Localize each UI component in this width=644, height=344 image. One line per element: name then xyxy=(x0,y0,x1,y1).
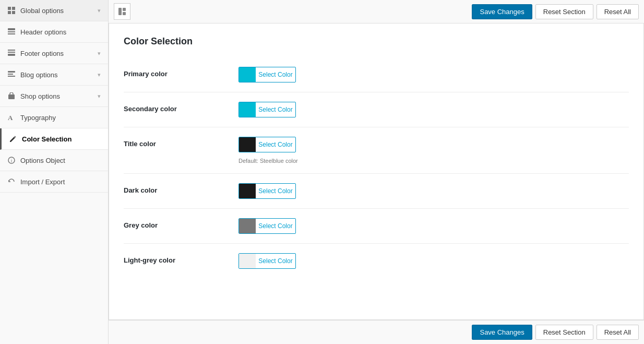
color-row-primary-color: Primary colorSelect Color xyxy=(124,57,629,92)
color-select-button-grey-color[interactable]: Select Color xyxy=(238,218,296,234)
color-select-button-primary-color[interactable]: Select Color xyxy=(238,67,296,82)
color-swatch-primary-color xyxy=(239,67,256,82)
sidebar-item-blog-options[interactable]: Blog options▾ xyxy=(0,64,108,86)
svg-rect-3 xyxy=(12,11,15,14)
color-row-dark-color: Dark colorSelect Color xyxy=(124,174,629,209)
sidebar-item-header-options[interactable]: Header options xyxy=(0,21,108,43)
color-select-label-secondary-color: Select Color xyxy=(256,106,295,113)
color-label-light-grey-color: Light-grey color xyxy=(124,253,238,264)
color-select-button-secondary-color[interactable]: Select Color xyxy=(238,102,296,117)
sidebar-item-label: Global options xyxy=(20,7,64,15)
color-label-primary-color: Primary color xyxy=(124,67,238,78)
color-swatch-dark-color xyxy=(239,184,256,198)
color-control-secondary-color: Select Color xyxy=(238,102,296,117)
svg-rect-13 xyxy=(8,94,15,99)
sidebar-item-label: Footer options xyxy=(20,50,64,57)
sidebar-item-options-object[interactable]: iOptions Object xyxy=(0,150,108,171)
chevron-down-icon: ▾ xyxy=(98,72,101,78)
sidebar-item-import-export[interactable]: Import / Export xyxy=(0,171,108,193)
svg-rect-19 xyxy=(123,12,126,15)
bottom-toolbar: Save Changes Reset Section Reset All xyxy=(109,320,644,344)
blog-icon xyxy=(7,70,16,79)
color-rows: Primary colorSelect ColorSecondary color… xyxy=(124,57,629,278)
page-title: Color Selection xyxy=(124,36,629,47)
color-control-light-grey-color: Select Color xyxy=(238,253,296,269)
content-area: Color Selection Primary colorSelect Colo… xyxy=(109,23,644,320)
svg-rect-2 xyxy=(8,11,11,14)
color-label-grey-color: Grey color xyxy=(124,218,238,229)
pencil-icon xyxy=(9,135,17,143)
color-select-label-grey-color: Select Color xyxy=(256,222,295,230)
color-control-dark-color: Select Color xyxy=(238,183,296,199)
footer-icon xyxy=(7,49,16,57)
svg-rect-7 xyxy=(8,50,15,51)
color-swatch-secondary-color xyxy=(239,102,256,117)
color-row-light-grey-color: Light-grey colorSelect Color xyxy=(124,244,629,278)
sidebar-item-shop-options[interactable]: Shop options▾ xyxy=(0,86,108,107)
sidebar-item-color-selection[interactable]: Color Selection xyxy=(0,128,108,150)
color-control-title-color: Select ColorDefault: Steelblue color xyxy=(238,137,298,164)
svg-rect-5 xyxy=(8,31,15,32)
sidebar-item-global-options[interactable]: Global options▾ xyxy=(0,0,108,21)
svg-rect-18 xyxy=(123,8,126,11)
color-row-grey-color: Grey colorSelect Color xyxy=(124,209,629,244)
svg-rect-0 xyxy=(8,7,11,10)
sidebar-item-label: Import / Export xyxy=(20,178,65,186)
sidebar-item-label: Options Object xyxy=(20,157,65,164)
color-select-button-dark-color[interactable]: Select Color xyxy=(238,183,296,199)
reset-all-button-top[interactable]: Reset All xyxy=(597,4,639,19)
save-changes-button-top[interactable]: Save Changes xyxy=(472,4,532,19)
sidebar-item-footer-options[interactable]: Footer options▾ xyxy=(0,43,108,64)
svg-text:i: i xyxy=(11,158,12,163)
color-row-title-color: Title colorSelect ColorDefault: Steelblu… xyxy=(124,127,629,174)
reset-section-button-top[interactable]: Reset Section xyxy=(535,4,593,19)
sidebar-item-label: Shop options xyxy=(20,92,60,100)
svg-rect-6 xyxy=(8,33,15,34)
sidebar: Global options▾Header optionsFooter opti… xyxy=(0,0,109,344)
svg-rect-17 xyxy=(118,8,122,15)
color-hint-title-color: Default: Steelblue color xyxy=(238,158,298,164)
sidebar-item-label: Header options xyxy=(20,28,66,36)
refresh-icon xyxy=(7,177,16,186)
svg-rect-8 xyxy=(8,52,15,53)
header-icon xyxy=(7,28,16,36)
color-label-secondary-color: Secondary color xyxy=(124,102,238,113)
sidebar-item-label: Color Selection xyxy=(22,135,71,143)
color-label-title-color: Title color xyxy=(124,137,238,148)
sidebar-item-typography[interactable]: ATypography xyxy=(0,107,108,128)
grid-icon xyxy=(7,6,16,15)
info-icon: i xyxy=(7,156,16,164)
main-panel: Save Changes Reset Section Reset All Col… xyxy=(109,0,644,344)
color-select-button-light-grey-color[interactable]: Select Color xyxy=(238,253,296,269)
page-layout-icon-button[interactable] xyxy=(114,3,130,20)
color-control-grey-color: Select Color xyxy=(238,218,296,234)
color-select-label-title-color: Select Color xyxy=(256,141,295,148)
color-select-button-title-color[interactable]: Select Color xyxy=(238,137,296,152)
shop-icon xyxy=(7,92,16,100)
reset-all-button-bottom[interactable]: Reset All xyxy=(597,325,639,340)
type-icon: A xyxy=(7,113,16,122)
color-select-label-primary-color: Select Color xyxy=(256,71,295,78)
svg-rect-10 xyxy=(8,71,15,73)
color-label-dark-color: Dark color xyxy=(124,183,238,194)
reset-section-button-bottom[interactable]: Reset Section xyxy=(535,325,593,340)
svg-rect-12 xyxy=(8,76,15,77)
svg-text:A: A xyxy=(8,114,13,121)
color-swatch-title-color xyxy=(239,137,256,152)
svg-rect-4 xyxy=(8,28,15,30)
color-row-secondary-color: Secondary colorSelect Color xyxy=(124,92,629,127)
sidebar-item-label: Blog options xyxy=(20,71,58,79)
toolbar-buttons: Save Changes Reset Section Reset All xyxy=(472,4,639,19)
color-swatch-grey-color xyxy=(239,219,256,233)
sidebar-item-label: Typography xyxy=(20,114,56,122)
color-select-label-light-grey-color: Select Color xyxy=(256,257,295,265)
color-select-label-dark-color: Select Color xyxy=(256,187,295,195)
svg-rect-1 xyxy=(12,7,15,10)
chevron-down-icon: ▾ xyxy=(98,7,101,14)
chevron-down-icon: ▾ xyxy=(98,50,101,57)
svg-rect-9 xyxy=(8,54,15,56)
save-changes-button-bottom[interactable]: Save Changes xyxy=(472,325,532,340)
color-control-primary-color: Select Color xyxy=(238,67,296,82)
svg-rect-11 xyxy=(8,74,13,75)
top-toolbar: Save Changes Reset Section Reset All xyxy=(109,0,644,23)
